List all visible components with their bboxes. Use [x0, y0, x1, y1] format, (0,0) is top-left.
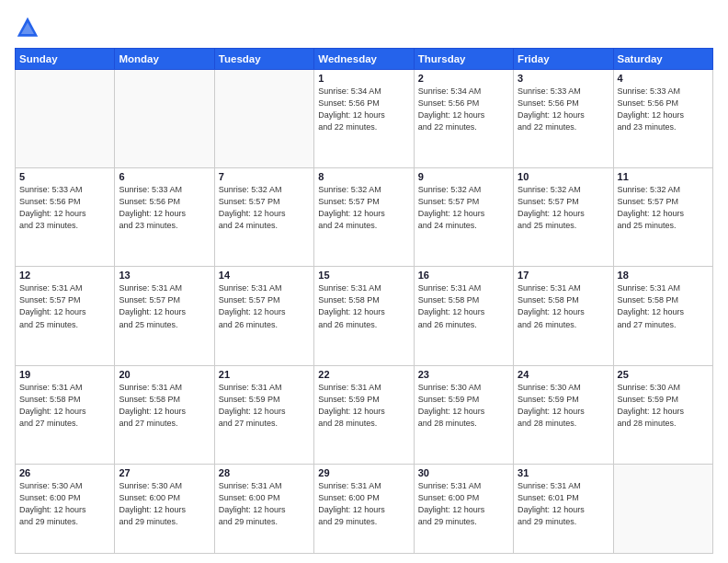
week-row-4: 19Sunrise: 5:31 AM Sunset: 5:58 PM Dayli… — [16, 365, 713, 464]
day-info: Sunrise: 5:33 AM Sunset: 5:56 PM Dayligh… — [119, 184, 210, 232]
day-info: Sunrise: 5:31 AM Sunset: 5:59 PM Dayligh… — [219, 382, 310, 430]
day-number: 17 — [518, 270, 609, 281]
day-info: Sunrise: 5:34 AM Sunset: 5:56 PM Dayligh… — [418, 86, 509, 133]
day-number: 12 — [19, 270, 110, 281]
day-info: Sunrise: 5:31 AM Sunset: 6:01 PM Dayligh… — [518, 480, 609, 528]
day-info: Sunrise: 5:30 AM Sunset: 5:59 PM Dayligh… — [418, 382, 509, 430]
day-info: Sunrise: 5:31 AM Sunset: 5:59 PM Dayligh… — [318, 382, 409, 430]
weekday-saturday: Saturday — [613, 49, 712, 70]
day-info: Sunrise: 5:30 AM Sunset: 5:59 PM Dayligh… — [518, 382, 609, 430]
day-number: 22 — [318, 369, 409, 380]
day-number: 15 — [318, 270, 409, 281]
day-number: 5 — [19, 171, 110, 182]
day-number: 20 — [119, 369, 210, 380]
day-number: 18 — [618, 270, 709, 281]
day-number: 24 — [518, 369, 609, 380]
day-number: 1 — [318, 73, 409, 84]
weekday-header-row: SundayMondayTuesdayWednesdayThursdayFrid… — [16, 49, 713, 70]
day-number: 21 — [219, 369, 310, 380]
day-info: Sunrise: 5:31 AM Sunset: 5:57 PM Dayligh… — [19, 282, 110, 330]
weekday-thursday: Thursday — [414, 49, 513, 70]
day-info: Sunrise: 5:30 AM Sunset: 5:59 PM Dayligh… — [618, 382, 709, 430]
day-info: Sunrise: 5:32 AM Sunset: 5:57 PM Dayligh… — [318, 184, 409, 232]
day-number: 10 — [518, 171, 609, 182]
day-cell: 31Sunrise: 5:31 AM Sunset: 6:01 PM Dayli… — [514, 464, 613, 553]
day-number: 3 — [518, 73, 609, 84]
day-cell: 27Sunrise: 5:30 AM Sunset: 6:00 PM Dayli… — [115, 464, 214, 553]
day-info: Sunrise: 5:32 AM Sunset: 5:57 PM Dayligh… — [518, 184, 609, 232]
day-cell: 15Sunrise: 5:31 AM Sunset: 5:58 PM Dayli… — [314, 267, 414, 365]
day-cell: 11Sunrise: 5:32 AM Sunset: 5:57 PM Dayli… — [613, 168, 712, 267]
day-cell: 23Sunrise: 5:30 AM Sunset: 5:59 PM Dayli… — [414, 365, 513, 464]
day-cell: 14Sunrise: 5:31 AM Sunset: 5:57 PM Dayli… — [214, 267, 313, 365]
day-cell: 12Sunrise: 5:31 AM Sunset: 5:57 PM Dayli… — [16, 267, 115, 365]
day-number: 19 — [19, 369, 110, 380]
day-cell: 30Sunrise: 5:31 AM Sunset: 6:00 PM Dayli… — [414, 464, 513, 553]
day-cell: 28Sunrise: 5:31 AM Sunset: 6:00 PM Dayli… — [214, 464, 313, 553]
week-row-5: 26Sunrise: 5:30 AM Sunset: 6:00 PM Dayli… — [16, 464, 713, 553]
day-number: 14 — [219, 270, 310, 281]
day-cell: 3Sunrise: 5:33 AM Sunset: 5:56 PM Daylig… — [514, 70, 613, 168]
day-number: 7 — [219, 171, 310, 182]
day-cell: 26Sunrise: 5:30 AM Sunset: 6:00 PM Dayli… — [16, 464, 115, 553]
day-cell — [214, 70, 313, 168]
day-cell: 24Sunrise: 5:30 AM Sunset: 5:59 PM Dayli… — [514, 365, 613, 464]
week-row-2: 5Sunrise: 5:33 AM Sunset: 5:56 PM Daylig… — [16, 168, 713, 267]
day-info: Sunrise: 5:31 AM Sunset: 6:00 PM Dayligh… — [219, 480, 310, 528]
day-info: Sunrise: 5:34 AM Sunset: 5:56 PM Dayligh… — [318, 86, 409, 133]
day-cell: 1Sunrise: 5:34 AM Sunset: 5:56 PM Daylig… — [314, 70, 414, 168]
day-cell: 6Sunrise: 5:33 AM Sunset: 5:56 PM Daylig… — [115, 168, 214, 267]
day-info: Sunrise: 5:30 AM Sunset: 6:00 PM Dayligh… — [19, 480, 110, 528]
day-cell — [115, 70, 214, 168]
day-cell: 16Sunrise: 5:31 AM Sunset: 5:58 PM Dayli… — [414, 267, 513, 365]
day-number: 13 — [119, 270, 210, 281]
day-number: 28 — [219, 467, 310, 478]
day-cell: 7Sunrise: 5:32 AM Sunset: 5:57 PM Daylig… — [214, 168, 313, 267]
day-number: 16 — [418, 270, 509, 281]
day-cell: 29Sunrise: 5:31 AM Sunset: 6:00 PM Dayli… — [314, 464, 414, 553]
day-number: 9 — [418, 171, 509, 182]
day-number: 25 — [618, 369, 709, 380]
page: SundayMondayTuesdayWednesdayThursdayFrid… — [0, 0, 728, 563]
day-cell: 8Sunrise: 5:32 AM Sunset: 5:57 PM Daylig… — [314, 168, 414, 267]
day-info: Sunrise: 5:31 AM Sunset: 6:00 PM Dayligh… — [318, 480, 409, 528]
day-number: 2 — [418, 73, 509, 84]
day-info: Sunrise: 5:33 AM Sunset: 5:56 PM Dayligh… — [618, 86, 709, 133]
day-cell: 20Sunrise: 5:31 AM Sunset: 5:58 PM Dayli… — [115, 365, 214, 464]
day-info: Sunrise: 5:31 AM Sunset: 5:58 PM Dayligh… — [618, 282, 709, 330]
day-info: Sunrise: 5:33 AM Sunset: 5:56 PM Dayligh… — [518, 86, 609, 133]
day-info: Sunrise: 5:31 AM Sunset: 5:58 PM Dayligh… — [318, 282, 409, 330]
logo — [15, 15, 44, 40]
day-info: Sunrise: 5:31 AM Sunset: 5:57 PM Dayligh… — [219, 282, 310, 330]
day-number: 4 — [618, 73, 709, 84]
day-info: Sunrise: 5:31 AM Sunset: 5:57 PM Dayligh… — [119, 282, 210, 330]
day-info: Sunrise: 5:30 AM Sunset: 6:00 PM Dayligh… — [119, 480, 210, 528]
day-cell: 9Sunrise: 5:32 AM Sunset: 5:57 PM Daylig… — [414, 168, 513, 267]
day-info: Sunrise: 5:32 AM Sunset: 5:57 PM Dayligh… — [418, 184, 509, 232]
calendar-table: SundayMondayTuesdayWednesdayThursdayFrid… — [15, 48, 713, 554]
day-cell: 19Sunrise: 5:31 AM Sunset: 5:58 PM Dayli… — [16, 365, 115, 464]
week-row-3: 12Sunrise: 5:31 AM Sunset: 5:57 PM Dayli… — [16, 267, 713, 365]
weekday-wednesday: Wednesday — [314, 49, 414, 70]
day-cell: 21Sunrise: 5:31 AM Sunset: 5:59 PM Dayli… — [214, 365, 313, 464]
day-info: Sunrise: 5:33 AM Sunset: 5:56 PM Dayligh… — [19, 184, 110, 232]
weekday-friday: Friday — [514, 49, 613, 70]
weekday-monday: Monday — [115, 49, 214, 70]
day-number: 29 — [318, 467, 409, 478]
day-cell: 25Sunrise: 5:30 AM Sunset: 5:59 PM Dayli… — [613, 365, 712, 464]
day-number: 30 — [418, 467, 509, 478]
week-row-1: 1Sunrise: 5:34 AM Sunset: 5:56 PM Daylig… — [16, 70, 713, 168]
day-cell — [16, 70, 115, 168]
day-number: 6 — [119, 171, 210, 182]
day-cell: 13Sunrise: 5:31 AM Sunset: 5:57 PM Dayli… — [115, 267, 214, 365]
day-cell: 22Sunrise: 5:31 AM Sunset: 5:59 PM Dayli… — [314, 365, 414, 464]
day-cell: 5Sunrise: 5:33 AM Sunset: 5:56 PM Daylig… — [16, 168, 115, 267]
day-info: Sunrise: 5:32 AM Sunset: 5:57 PM Dayligh… — [618, 184, 709, 232]
header — [15, 15, 713, 40]
day-info: Sunrise: 5:32 AM Sunset: 5:57 PM Dayligh… — [219, 184, 310, 232]
day-number: 8 — [318, 171, 409, 182]
day-cell: 17Sunrise: 5:31 AM Sunset: 5:58 PM Dayli… — [514, 267, 613, 365]
day-info: Sunrise: 5:31 AM Sunset: 5:58 PM Dayligh… — [418, 282, 509, 330]
weekday-sunday: Sunday — [16, 49, 115, 70]
day-cell: 10Sunrise: 5:32 AM Sunset: 5:57 PM Dayli… — [514, 168, 613, 267]
